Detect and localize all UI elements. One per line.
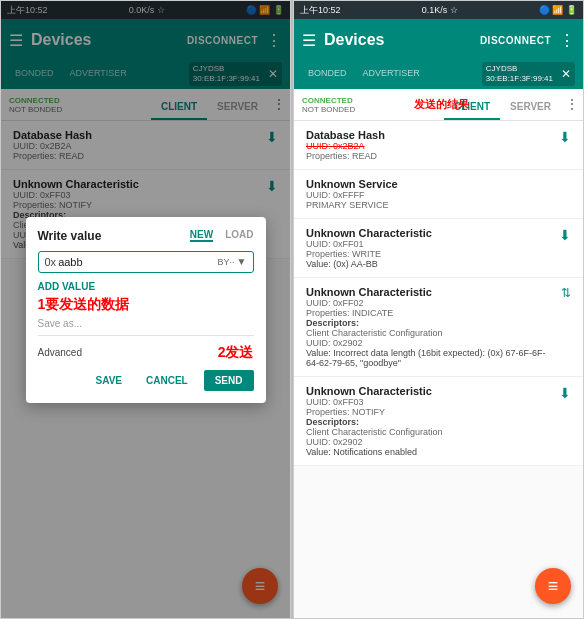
right-db-hash-download-icon[interactable]: ⬇ (559, 129, 571, 145)
right-ff02-desc-value: Value: Incorrect data length (16bit expe… (306, 348, 557, 368)
left-annotation-1: 1要发送的数据 (38, 296, 254, 314)
right-ff01-prop: Properties: WRITE (306, 249, 432, 259)
right-ff02-uuid: UUID: 0xFF02 (306, 298, 557, 308)
right-close-device-icon[interactable]: ✕ (561, 67, 571, 81)
right-ff01-title: Unknown Characteristic (306, 227, 432, 239)
right-tab-group: CLIENT SERVER ⋮ (444, 89, 583, 120)
right-unknown-service-title: Unknown Service (306, 178, 571, 190)
right-status-time: 上午10:52 (300, 4, 341, 17)
right-ff01-download-icon[interactable]: ⬇ (559, 227, 571, 243)
right-db-hash-title: Database Hash (306, 129, 385, 141)
left-advanced-section: Advanced 2发送 (38, 344, 254, 362)
left-cancel-button[interactable]: CANCEL (138, 371, 196, 390)
right-ff03-desc-name: Client Characteristic Configuration (306, 427, 443, 437)
left-dialog-overlay: Write value NEW LOAD 0x BY·· ▼ ADD VALUE… (1, 1, 290, 618)
right-top-bar: ☰ Devices DISCONNECT ⋮ (294, 19, 583, 61)
right-ff02-desc-uuid: UUID: 0x2902 (306, 338, 557, 348)
right-status-speed: 0.1K/s ☆ (422, 5, 458, 15)
right-device-mac: 30:EB:1F:3F:99:41 (486, 74, 553, 84)
left-dialog-type-label: BY·· (218, 257, 235, 267)
right-ff03-uuid: UUID: 0xFF03 (306, 397, 443, 407)
right-device-id-box: CJYDSB 30:EB:1F:3F:99:41 ✕ (482, 62, 575, 85)
right-status-bar: 上午10:52 0.1K/s ☆ 🔵 📶 🔋 (294, 1, 583, 19)
right-unknown-service-uuid: UUID: 0xFFFF (306, 190, 571, 200)
right-device-name: CJYDSB (486, 64, 553, 74)
right-service-ff02: Unknown Characteristic UUID: 0xFF02 Prop… (294, 278, 583, 377)
right-status-icons: 🔵 📶 🔋 (539, 5, 577, 15)
right-tab-server[interactable]: SERVER (500, 93, 561, 120)
right-fab[interactable]: ≡ (535, 568, 571, 604)
right-ff01-value: Value: (0x) AA-BB (306, 259, 432, 269)
left-dialog-tabs: NEW LOAD (190, 229, 254, 242)
left-screen: 上午10:52 0.0K/s ☆ 🔵 📶 🔋 ☰ Devices DISCONN… (0, 0, 291, 619)
left-save-as-input[interactable]: Save as... (38, 318, 254, 336)
right-unknown-service-prop: PRIMARY SERVICE (306, 200, 571, 210)
right-content-area: Database Hash UUID: 0x2B2A Properties: R… (294, 121, 583, 618)
right-disconnect-button[interactable]: DISCONNECT (480, 35, 551, 46)
right-service-database-hash: Database Hash UUID: 0x2B2A Properties: R… (294, 121, 583, 170)
right-device-tab: BONDED ADVERTISER CJYDSB 30:EB:1F:3F:99:… (294, 61, 583, 89)
left-save-button[interactable]: SAVE (88, 371, 131, 390)
left-advanced-label: Advanced (38, 347, 82, 358)
right-ff03-desc-value: Value: Notifications enabled (306, 447, 443, 457)
right-ff01-uuid: UUID: 0xFF01 (306, 239, 432, 249)
right-tab-advertiser[interactable]: ADVERTISER (357, 66, 426, 82)
right-ff03-descriptors-label: Descriptors: (306, 417, 443, 427)
right-ff03-download-icon[interactable]: ⬇ (559, 385, 571, 401)
right-ff03-prop: Properties: NOTIFY (306, 407, 443, 417)
right-ff03-title: Unknown Characteristic (306, 385, 443, 397)
right-ff03-desc-uuid: UUID: 0x2902 (306, 437, 443, 447)
right-db-hash-uuid: UUID: 0x2B2A (306, 141, 385, 151)
right-not-bonded-label: NOT BONDED (302, 105, 444, 114)
right-ff02-title: Unknown Characteristic (306, 286, 557, 298)
right-ff02-prop: Properties: INDICATE (306, 308, 557, 318)
right-ff02-desc-name: Client Characteristic Configuration (306, 328, 557, 338)
left-dialog-tab-load[interactable]: LOAD (225, 229, 253, 242)
left-dialog-hex-input[interactable] (58, 256, 217, 268)
left-dialog-input-row: 0x BY·· ▼ (38, 251, 254, 273)
right-tab-client[interactable]: CLIENT (444, 93, 500, 120)
right-tab-more-icon[interactable]: ⋮ (561, 88, 583, 120)
right-main-tabs: CONNECTED NOT BONDED CLIENT SERVER ⋮ (294, 89, 583, 121)
left-add-value-button[interactable]: ADD VALUE (38, 281, 254, 292)
right-service-unknown: Unknown Service UUID: 0xFFFF PRIMARY SER… (294, 170, 583, 219)
left-dialog-actions: SAVE CANCEL SEND (38, 370, 254, 391)
right-tab-bonded[interactable]: BONDED (302, 66, 353, 82)
left-write-value-dialog: Write value NEW LOAD 0x BY·· ▼ ADD VALUE… (26, 217, 266, 403)
left-dialog-prefix: 0x (45, 256, 57, 268)
left-dialog-tab-new[interactable]: NEW (190, 229, 213, 242)
left-annotation-2: 2发送 (218, 344, 254, 362)
right-service-ff03: Unknown Characteristic UUID: 0xFF03 Prop… (294, 377, 583, 466)
right-service-ff01: Unknown Characteristic UUID: 0xFF01 Prop… (294, 219, 583, 278)
right-screen: 上午10:52 0.1K/s ☆ 🔵 📶 🔋 ☰ Devices DISCONN… (293, 0, 584, 619)
left-dialog-title: Write value (38, 229, 102, 243)
left-dialog-dropdown-icon[interactable]: ▼ (237, 256, 247, 267)
left-send-button[interactable]: SEND (204, 370, 254, 391)
right-ff02-descriptors-label: Descriptors: (306, 318, 557, 328)
right-db-hash-prop: Properties: READ (306, 151, 385, 161)
right-top-bar-title: Devices (324, 31, 480, 49)
right-connected-info: CONNECTED NOT BONDED (294, 89, 444, 120)
right-more-icon[interactable]: ⋮ (559, 31, 575, 50)
right-hamburger-icon[interactable]: ☰ (302, 31, 316, 50)
right-ff02-download-icon[interactable]: ⇅ (561, 286, 571, 300)
right-connected-label: CONNECTED (302, 96, 444, 105)
